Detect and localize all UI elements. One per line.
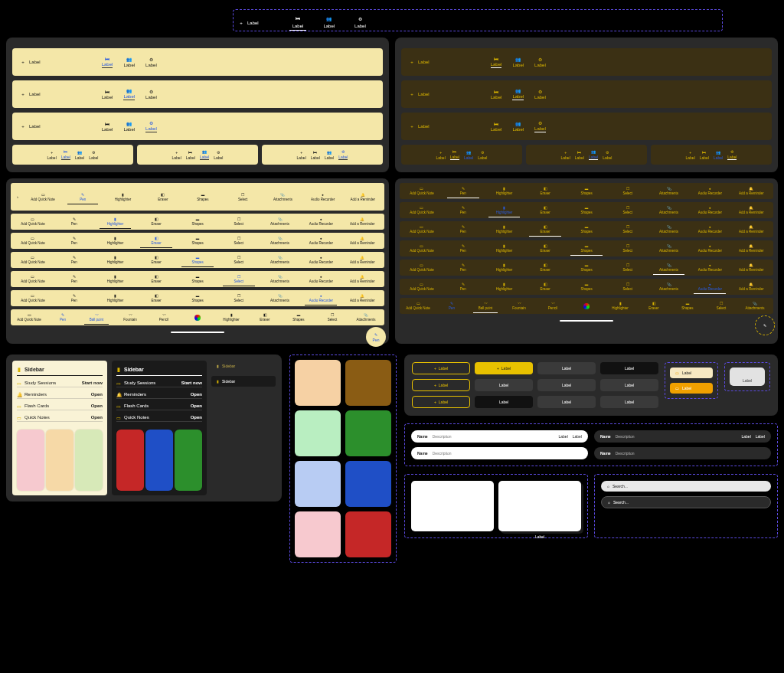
tool-pen[interactable]: ✎Pen [446, 205, 481, 215]
tool-pen[interactable]: ✎Pen [57, 236, 92, 246]
tool-attachments[interactable]: 📎Attachments [652, 282, 687, 292]
tab-item[interactable]: ⚙Label [145, 120, 157, 132]
tab-item[interactable]: 🛏Label [491, 122, 502, 132]
tab-item[interactable]: 🛏Label [102, 122, 113, 132]
tool-eraser[interactable]: ◧Eraser [528, 263, 563, 273]
tool-attachments[interactable]: 📎Attachments [352, 312, 380, 322]
tool-pen[interactable]: ✎Pen [446, 243, 481, 253]
chip[interactable]: Label [537, 362, 596, 374]
color-swatch[interactable] [345, 511, 391, 557]
color-picker[interactable] [573, 302, 600, 310]
sidebar-item-flash-cards[interactable]: ▭Flash CardsOpen [116, 402, 202, 410]
sidebar-item-flash-cards[interactable]: ▭Flash CardsOpen [17, 402, 103, 410]
card[interactable] [411, 481, 494, 531]
badge[interactable]: ▭Label [670, 368, 713, 378]
chip[interactable]: Label [600, 362, 658, 374]
chevron-right-icon[interactable]: › [15, 186, 20, 207]
color-swatch[interactable] [345, 360, 391, 406]
color-swatch[interactable] [345, 410, 391, 456]
tool-pen[interactable]: ✎Pen [57, 274, 92, 284]
tool-highlighter[interactable]: ▮Highlighter [487, 186, 522, 196]
tool-shapes[interactable]: ▬Shapes [180, 274, 215, 284]
color-swatch[interactable] [295, 511, 341, 557]
tool-add-quick-note[interactable]: ▭Add Quick Note [404, 186, 439, 196]
tool-eraser[interactable]: ◧Eraser [146, 192, 180, 202]
tool-shapes[interactable]: ▬Shapes [569, 263, 604, 273]
tool-attachments[interactable]: 📎Attachments [652, 224, 687, 234]
tool-audio-recorder[interactable]: ●Audio Recorder [303, 236, 338, 246]
compact-tab[interactable]: 🛏Label [700, 150, 709, 160]
tool-add-reminder[interactable]: 🔔Add a Reminder [733, 224, 769, 234]
compact-tab[interactable]: 🛏Label [311, 150, 320, 160]
tool-audio-recorder[interactable]: ●Audio Recorder [303, 217, 338, 227]
sidebar-item-study-sessions[interactable]: ▭Study SessionsStart now [17, 379, 103, 387]
compact-tab[interactable]: +Label [172, 150, 181, 160]
tool-shapes[interactable]: ▬Shapes [569, 186, 604, 196]
tool-add-quick-note[interactable]: ▭Add Quick Note [15, 293, 51, 303]
tool-eraser[interactable]: ◧Eraser [528, 282, 563, 292]
tool-shapes[interactable]: ▬Shapes [569, 205, 604, 215]
tool-audio-recorder[interactable]: ●Audio Recorder [692, 282, 727, 292]
tool-eraser[interactable]: ◧Eraser [139, 293, 174, 303]
tool-add-reminder[interactable]: 🔔Add a Reminder [345, 293, 380, 303]
pen-fab[interactable]: ✎ [755, 315, 775, 335]
chip[interactable]: Label [600, 396, 658, 408]
compact-tab[interactable]: 👥Label [75, 150, 84, 160]
grip-icon[interactable]: ▮ [17, 368, 21, 372]
tab-item[interactable]: 🛏 Label [289, 15, 307, 31]
tool-add-quick-note[interactable]: ▭Add Quick Note [404, 243, 439, 253]
tool-shapes[interactable]: ▬Shapes [569, 282, 604, 292]
chip[interactable]: Label [475, 396, 533, 408]
compact-tab[interactable]: +Label [436, 150, 446, 160]
tool-highlighter[interactable]: ▮Highlighter [217, 312, 245, 322]
tool-attachments[interactable]: 📎Attachments [652, 263, 687, 273]
tab-item[interactable]: 🛏Label [491, 57, 502, 68]
tool-add-reminder[interactable]: 🔔Add a Reminder [733, 263, 769, 273]
tool-shapes[interactable]: ▬Shapes [180, 236, 215, 246]
text-field[interactable]: NameDescriptionLabelLabel [594, 430, 771, 443]
tool-highlighter[interactable]: ▮Highlighter [487, 224, 522, 234]
tool-highlighter[interactable]: ▮Highlighter [487, 263, 522, 273]
compact-tab[interactable]: +Label [686, 150, 695, 160]
tool-pen[interactable]: ✎Pen [57, 217, 92, 227]
tool-pen[interactable]: ✎Pen [57, 293, 92, 303]
tab-item[interactable]: 🛏Label [102, 57, 113, 68]
tool-ball-point[interactable]: 〰Ball point [83, 312, 110, 322]
tool-eraser[interactable]: ◧Eraser [139, 217, 174, 227]
tool-eraser[interactable]: ◧Eraser [139, 236, 174, 246]
tool-audio-recorder[interactable]: ●Audio Recorder [692, 186, 727, 196]
sidebar-item-quick-notes[interactable]: ▭Quick NotesOpen [17, 413, 103, 422]
color-swatch[interactable] [295, 461, 341, 507]
tool-select[interactable]: ☐Select [610, 282, 645, 292]
tool-add-reminder[interactable]: 🔔Add a Reminder [345, 274, 380, 284]
sidebar-item-reminders[interactable]: 🔔RemindersOpen [17, 390, 103, 399]
tool-eraser[interactable]: ◧Eraser [139, 274, 174, 284]
search-input[interactable]: ⌕Search... [601, 496, 771, 508]
tool-add-reminder[interactable]: 🔔Add a Reminder [345, 217, 380, 227]
tool-add-quick-note[interactable]: ▭Add Quick Note [404, 263, 439, 273]
sidebar-item-quick-notes[interactable]: ▭Quick NotesOpen [116, 413, 202, 422]
tool-eraser[interactable]: ◧Eraser [251, 312, 279, 322]
tool-shapes[interactable]: ▬Shapes [674, 301, 701, 311]
pen-fab[interactable]: ✎Pen [366, 327, 386, 347]
tool-pen[interactable]: ✎Pen [446, 282, 481, 292]
tab-item[interactable]: 👥Label [512, 88, 524, 100]
tool-pen[interactable]: ✎Pen [446, 224, 481, 234]
compact-tab[interactable]: +Label [297, 150, 306, 160]
text-field[interactable]: NameDescriptionLabelLabel [411, 430, 588, 443]
add-label-button[interactable]: +Label [20, 59, 41, 65]
color-picker[interactable] [184, 314, 211, 322]
tool-select[interactable]: ☐Select [318, 312, 346, 322]
tool-eraser[interactable]: ◧Eraser [640, 301, 668, 311]
text-field[interactable]: NameDescription [594, 447, 771, 459]
tab-item[interactable]: ⚙Label [145, 57, 157, 68]
tool-add-reminder[interactable]: 🔔Add a Reminder [346, 192, 380, 202]
search-input[interactable]: ⌕Search... [601, 481, 771, 492]
add-label-button[interactable]: +Label [409, 59, 430, 65]
tool-select[interactable]: ☐Select [221, 255, 256, 265]
tool-eraser[interactable]: ◧Eraser [139, 255, 174, 265]
compact-tab[interactable]: +Label [561, 150, 570, 160]
tool-fountain[interactable]: 〰Fountain [505, 301, 533, 311]
compact-tab[interactable]: ⚙Label [214, 150, 223, 160]
tool-highlighter[interactable]: ▮Highlighter [487, 243, 522, 253]
